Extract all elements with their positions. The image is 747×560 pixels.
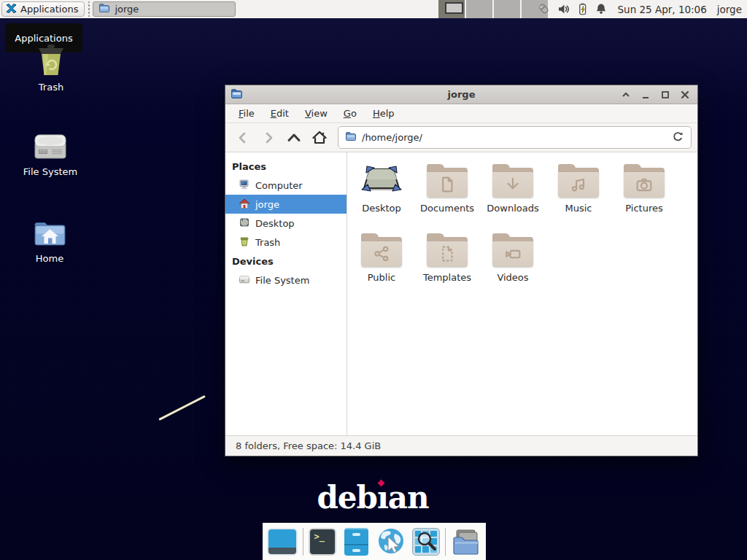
sidebar-header-places: Places <box>225 157 347 176</box>
file-item-desktop[interactable]: Desktop <box>349 161 414 230</box>
file-cabinet-icon[interactable] <box>342 527 371 556</box>
path-text[interactable]: /home/jorge/ <box>362 132 422 143</box>
desktop-icon-filesystem[interactable]: File System <box>14 126 87 177</box>
back-icon[interactable] <box>231 127 255 149</box>
file-manager-window: jorge File Edit View Go Help <box>225 85 698 456</box>
sidebar-item-desktop[interactable]: Desktop <box>225 214 347 233</box>
sidebar-item-label: File System <box>255 275 309 286</box>
refresh-icon[interactable] <box>672 131 684 145</box>
pointer-device-icon[interactable] <box>537 2 551 16</box>
sidebar-item-label: Computer <box>255 180 303 191</box>
debian-logo: debıan <box>277 480 468 516</box>
file-item-label: Public <box>368 272 395 283</box>
dock-separator <box>303 528 303 556</box>
stray-line-artifact <box>158 395 206 421</box>
shade-icon[interactable] <box>621 90 631 100</box>
workspace-3[interactable] <box>494 0 520 18</box>
folder-share-icon <box>361 233 402 267</box>
trash-icon <box>34 42 69 77</box>
sidebar-item-jorge[interactable]: jorge <box>225 195 347 214</box>
forward-icon[interactable] <box>257 127 280 149</box>
system-tray: Sun 25 Apr, 10:06 jorge <box>537 0 747 18</box>
maximize-icon[interactable] <box>660 90 670 100</box>
terminal-icon[interactable]: >_ <box>309 527 337 556</box>
menu-bar: File Edit View Go Help <box>225 104 697 123</box>
file-item-label: Videos <box>497 272 528 283</box>
sidebar-header-devices: Devices <box>225 252 347 271</box>
folder-template-icon <box>427 233 468 267</box>
file-item-music[interactable]: Music <box>546 161 611 230</box>
desktop-icon-home[interactable]: Home <box>13 213 86 264</box>
folder-download-icon <box>492 164 533 198</box>
dock: >_ <box>263 523 486 560</box>
file-item-label: Templates <box>423 272 471 283</box>
web-browser-icon[interactable] <box>376 527 406 556</box>
app-finder-icon[interactable] <box>411 527 440 556</box>
desktop-icon-label: Trash <box>39 82 63 93</box>
file-grid: Desktop Documents <box>349 161 697 300</box>
sidebar-item-label: jorge <box>255 199 279 210</box>
battery-icon[interactable] <box>576 2 589 16</box>
menu-edit[interactable]: Edit <box>263 104 297 122</box>
window-folder-icon <box>231 88 243 102</box>
taskbar-window-label: jorge <box>115 4 139 15</box>
location-bar[interactable]: /home/jorge/ <box>338 126 692 149</box>
desktop-icon <box>239 217 250 230</box>
folder-window-icon[interactable] <box>451 527 481 556</box>
folder-document-icon <box>427 164 468 198</box>
file-item-label: Documents <box>420 203 474 214</box>
sidebar-item-computer[interactable]: Computer <box>225 176 347 195</box>
folder-camera-icon <box>624 164 665 198</box>
menu-view[interactable]: View <box>297 104 336 122</box>
xfce-logo-icon <box>6 3 17 16</box>
file-item-public[interactable]: Public <box>349 230 414 300</box>
trash-small-icon <box>239 236 250 249</box>
close-icon[interactable] <box>680 90 690 100</box>
panel-handle[interactable] <box>86 1 91 17</box>
home-icon[interactable] <box>308 127 331 149</box>
drive-icon <box>239 273 250 287</box>
applications-menu-button[interactable]: Applications <box>1 1 85 17</box>
minimize-icon[interactable] <box>640 90 651 100</box>
top-panel: Applications jorge <box>0 0 747 18</box>
menu-help[interactable]: Help <box>365 104 403 122</box>
file-item-label: Music <box>565 203 592 214</box>
path-folder-icon <box>345 131 357 144</box>
panel-username[interactable]: jorge <box>717 4 742 15</box>
workspace-1[interactable] <box>438 0 465 18</box>
file-item-documents[interactable]: Documents <box>414 161 480 230</box>
volume-icon[interactable] <box>557 2 570 16</box>
folder-music-icon <box>558 164 599 198</box>
file-item-label: Pictures <box>625 203 662 214</box>
file-item-templates[interactable]: Templates <box>414 230 480 300</box>
file-item-downloads[interactable]: Downloads <box>480 161 546 230</box>
menu-file[interactable]: File <box>231 104 263 122</box>
desktop-icon-label: Home <box>36 253 63 264</box>
toolbar: /home/jorge/ <box>225 123 697 152</box>
file-item-label: Desktop <box>362 203 401 214</box>
notifications-bell-icon[interactable] <box>595 2 608 16</box>
desktop-icon-label: File System <box>23 166 77 177</box>
taskbar-window-button[interactable]: jorge <box>93 1 236 17</box>
window-body: Places Computer <box>225 152 697 435</box>
sidebar-item-filesystem[interactable]: File System <box>225 271 347 289</box>
desktop-icon-trash[interactable]: Trash <box>15 42 88 93</box>
menu-go[interactable]: Go <box>336 104 365 122</box>
window-titlebar[interactable]: jorge <box>225 85 697 104</box>
filesystem-drive-icon <box>33 126 68 161</box>
home-folder-icon <box>32 213 67 248</box>
sidebar-item-label: Desktop <box>255 218 295 229</box>
sidebar-item-trash[interactable]: Trash <box>225 233 347 252</box>
up-icon[interactable] <box>282 127 306 149</box>
status-bar: 8 folders, Free space: 14.4 GiB <box>225 435 697 456</box>
folder-video-icon <box>492 233 533 267</box>
panel-clock[interactable]: Sun 25 Apr, 10:06 <box>618 4 707 15</box>
file-item-videos[interactable]: Videos <box>480 230 546 300</box>
workspace-switcher <box>438 0 548 18</box>
file-item-pictures[interactable]: Pictures <box>611 161 677 230</box>
sidebar: Places Computer <box>225 152 347 435</box>
dock-separator <box>445 528 446 556</box>
workspace-2[interactable] <box>466 0 492 18</box>
desktop-special-icon <box>360 161 403 201</box>
show-desktop-icon[interactable] <box>267 527 298 556</box>
